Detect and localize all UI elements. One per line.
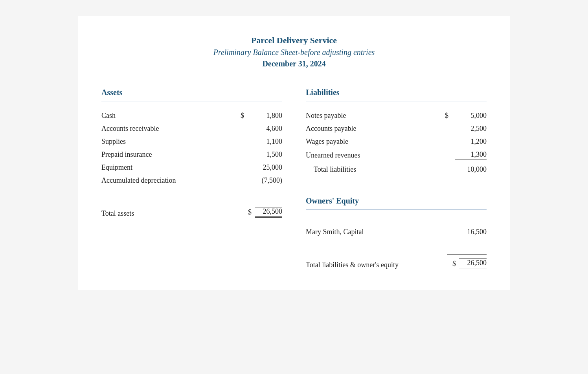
asset-ar-amount-group: 4,600 [241, 125, 282, 133]
asset-ad-value: (7,500) [251, 176, 282, 185]
header: Parcel Delivery Service Preliminary Bala… [101, 35, 487, 68]
equity-mary-smith: Mary Smith, Capital 16,500 [306, 226, 487, 238]
liability-np-amount-group: $ 5,000 [445, 112, 487, 120]
asset-cash-value: 1,800 [251, 112, 282, 120]
asset-accum-dep: Accumulated depreciation (7,500) [101, 174, 282, 187]
total-assets-container: Total assets $ 26,500 [101, 203, 282, 219]
asset-cash: Cash $ 1,800 [101, 109, 282, 122]
asset-cash-dollar: $ [241, 112, 248, 120]
liability-np-dollar: $ [445, 112, 453, 120]
asset-ad-label: Accumulated depreciation [101, 176, 241, 185]
asset-accounts-receivable: Accounts receivable 4,600 [101, 122, 282, 135]
total-liabilities-label: Total liabilities [306, 165, 455, 174]
liability-ap-value: 2,500 [455, 125, 487, 133]
asset-cash-label: Cash [101, 112, 241, 120]
company-name: Parcel Delivery Service [101, 35, 487, 46]
equity-ms-label: Mary Smith, Capital [306, 228, 445, 236]
total-liabilities-equity-row: Total liabilities & owner's equity $ 26,… [306, 255, 487, 271]
total-assets-label: Total assets [101, 209, 248, 218]
asset-prepaid-insurance: Prepaid insurance 1,500 [101, 148, 282, 161]
equity-ms-value: 16,500 [455, 228, 487, 236]
liability-wp-amount-group: 1,200 [445, 138, 487, 146]
equity-ms-amount-group: 16,500 [445, 228, 487, 236]
report-date: December 31, 2024 [101, 59, 487, 68]
liability-ur-amount-group: 1,300 [445, 150, 487, 160]
equity-heading: Owners' Equity [306, 196, 487, 205]
asset-equipment: Equipment 25,000 [101, 161, 282, 174]
liabilities-divider [306, 101, 487, 101]
liability-accounts-payable: Accounts payable 2,500 [306, 122, 487, 135]
asset-supplies-value: 1,100 [251, 138, 282, 146]
asset-eq-label: Equipment [101, 163, 241, 172]
liabilities-equity-column: Liabilities Notes payable $ 5,000 Accoun… [306, 88, 487, 271]
page-container: Parcel Delivery Service Preliminary Bala… [78, 16, 510, 290]
total-assets-value: 26,500 [255, 207, 282, 218]
total-le-value: 26,500 [459, 258, 487, 269]
liability-ap-amount-group: 2,500 [445, 125, 487, 133]
asset-ar-label: Accounts receivable [101, 125, 241, 133]
equity-spacer-4 [306, 246, 487, 254]
liabilities-heading: Liabilities [306, 88, 487, 97]
equity-spacer [306, 189, 487, 196]
asset-eq-value: 25,000 [251, 163, 282, 172]
asset-ar-value: 4,600 [251, 125, 282, 133]
asset-pi-label: Prepaid insurance [101, 150, 241, 159]
liability-notes-payable: Notes payable $ 5,000 [306, 109, 487, 122]
total-assets-amount-group: $ 26,500 [248, 207, 282, 218]
total-assets-row: Total assets $ 26,500 [101, 204, 282, 219]
asset-ad-amount-group: (7,500) [241, 176, 282, 185]
asset-pi-value: 1,500 [251, 150, 282, 159]
owners-equity-section: Owners' Equity Mary Smith, Capital 16,50… [306, 189, 487, 271]
assets-column: Assets Cash $ 1,800 Accounts receivable … [101, 88, 282, 271]
asset-pi-amount-group: 1,500 [241, 150, 282, 159]
total-assets-dollar: $ [248, 208, 252, 216]
total-le-label: Total liabilities & owner's equity [306, 261, 452, 269]
asset-supplies-amount-group: 1,100 [241, 138, 282, 146]
total-le-dollar: $ [452, 260, 456, 268]
asset-eq-amount-group: 25,000 [241, 163, 282, 172]
liability-ap-label: Accounts payable [306, 125, 445, 133]
assets-heading: Assets [101, 88, 282, 97]
liability-np-label: Notes payable [306, 112, 445, 120]
liability-ur-label: Unearned revenues [306, 151, 445, 160]
asset-cash-amount-group: $ 1,800 [241, 112, 282, 120]
assets-divider [101, 101, 282, 101]
equity-spacer-2 [306, 218, 487, 226]
equity-spacer-3 [306, 238, 487, 246]
asset-supplies-label: Supplies [101, 138, 241, 146]
equity-divider [306, 209, 487, 210]
balance-sheet: Assets Cash $ 1,800 Accounts receivable … [101, 88, 487, 271]
asset-supplies: Supplies 1,100 [101, 135, 282, 148]
liability-ur-value: 1,300 [455, 150, 487, 160]
total-le-amount-group: $ 26,500 [452, 258, 487, 269]
liability-wp-label: Wages payable [306, 138, 445, 146]
liability-wages-payable: Wages payable 1,200 [306, 135, 487, 148]
liability-unearned-revenues: Unearned revenues 1,300 [306, 148, 487, 162]
liability-wp-value: 1,200 [455, 138, 487, 146]
report-subtitle: Preliminary Balance Sheet-before adjusti… [101, 48, 487, 57]
total-liabilities-row: Total liabilities 10,000 [306, 162, 487, 177]
liability-np-value: 5,000 [455, 112, 487, 120]
total-liabilities-value: 10,000 [455, 165, 487, 174]
